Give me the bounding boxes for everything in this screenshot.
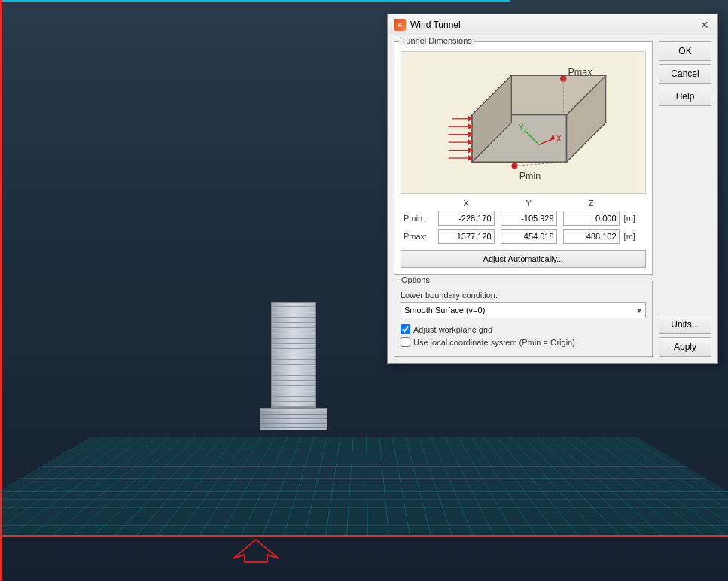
tunnel-diagram: Y X Pmax Pmin — [401, 51, 646, 194]
pmax-label: Pmax: — [401, 227, 435, 245]
options-section: Options Lower boundary condition: Smooth… — [394, 281, 653, 357]
wind-tunnel-dialog: A Wind Tunnel ✕ Tunnel Dimensions — [387, 14, 718, 364]
tunnel-diagram-svg: Y X Pmax Pmin — [401, 52, 645, 193]
direction-arrow — [226, 536, 286, 566]
dialog-titlebar: A Wind Tunnel ✕ — [388, 14, 717, 35]
options-content: Lower boundary condition: Smooth Surface… — [394, 281, 652, 356]
col-x-header: X — [435, 197, 498, 209]
adjust-workplane-checkbox[interactable] — [401, 324, 410, 334]
svg-text:X: X — [556, 135, 562, 143]
pmin-z-input[interactable] — [563, 211, 620, 226]
pmax-row: Pmax: [m] — [401, 227, 646, 245]
lower-boundary-dropdown[interactable]: Smooth Surface (v=0) Rough Surface Free … — [401, 302, 646, 318]
local-coordinate-checkbox[interactable] — [401, 337, 410, 347]
ok-button[interactable]: OK — [659, 41, 711, 61]
pmin-y-input[interactable] — [501, 211, 557, 226]
svg-marker-0 — [233, 540, 279, 562]
units-button[interactable]: Units... — [659, 315, 711, 334]
local-coordinate-row: Use local coordinate system (Pmin = Orig… — [401, 337, 646, 347]
tunnel-dimensions-content: Y X Pmax Pmin — [394, 45, 652, 274]
cyan-axis-line — [0, 0, 510, 2]
dialog-body: Tunnel Dimensions — [388, 35, 717, 363]
dropdown-container: Smooth Surface (v=0) Rough Surface Free … — [401, 302, 646, 318]
red-axis-line-bottom — [0, 535, 728, 537]
pmax-y-input[interactable] — [501, 229, 557, 244]
options-label: Options — [399, 275, 432, 284]
pmax-x-input[interactable] — [438, 229, 495, 244]
tunnel-dimensions-label: Tunnel Dimensions — [399, 36, 474, 45]
pmin-label: Pmin: — [401, 209, 435, 227]
pmin-unit: [m] — [623, 209, 646, 227]
adjust-workplane-checkbox-label[interactable]: Adjust workplane grid — [413, 325, 492, 334]
pmin-x-input[interactable] — [438, 211, 495, 226]
building-base — [260, 408, 327, 430]
tunnel-dimensions-section: Tunnel Dimensions — [394, 41, 653, 275]
lower-boundary-label: Lower boundary condition: — [401, 290, 646, 300]
svg-text:Pmin: Pmin — [519, 171, 541, 181]
svg-text:Pmax: Pmax — [568, 67, 593, 78]
pmin-row: Pmin: [m] — [401, 209, 646, 227]
dialog-app-icon: A — [394, 19, 406, 31]
svg-text:Y: Y — [519, 123, 524, 132]
dialog-main-content: Tunnel Dimensions — [394, 41, 653, 357]
adjust-workplane-row: Adjust workplane grid — [401, 324, 646, 334]
col-z-header: Z — [560, 197, 623, 209]
col-y-header: Y — [498, 197, 560, 209]
coordinates-table: X Y Z Pmin: — [401, 197, 646, 245]
building-tower — [271, 302, 316, 408]
grid-floor — [0, 437, 728, 536]
close-button[interactable]: ✕ — [698, 18, 711, 32]
apply-button[interactable]: Apply — [659, 337, 711, 357]
building-model — [256, 302, 331, 430]
local-coordinate-checkbox-label[interactable]: Use local coordinate system (Pmin = Orig… — [413, 338, 575, 347]
dialog-title-left: A Wind Tunnel — [394, 19, 461, 31]
pmax-z-input[interactable] — [563, 229, 620, 244]
pmax-unit: [m] — [623, 227, 646, 245]
dialog-title: Wind Tunnel — [410, 20, 461, 30]
cancel-button[interactable]: Cancel — [659, 64, 711, 84]
help-button[interactable]: Help — [659, 87, 711, 106]
dialog-sidebar: OK Cancel Help Units... Apply — [659, 41, 711, 357]
adjust-automatically-button[interactable]: Adjust Automatically... — [401, 250, 646, 268]
